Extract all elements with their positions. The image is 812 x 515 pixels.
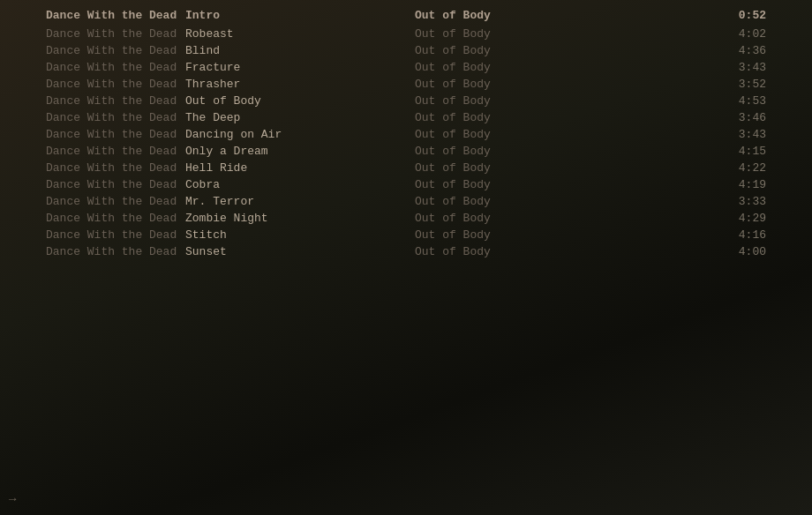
track-artist: Dance With the Dead	[0, 212, 177, 225]
table-row[interactable]: Dance With the DeadThrasherOut of Body3:…	[0, 76, 812, 93]
track-album: Out of Body	[406, 245, 671, 258]
track-artist: Dance With the Dead	[0, 44, 177, 57]
track-duration: 3:43	[671, 61, 812, 74]
track-album: Out of Body	[406, 195, 671, 208]
table-row[interactable]: Dance With the DeadThe DeepOut of Body3:…	[0, 109, 812, 126]
track-title: Only a Dream	[177, 145, 406, 158]
table-row[interactable]: Dance With the DeadOut of BodyOut of Bod…	[0, 93, 812, 109]
track-list: Dance With the Dead Intro Out of Body 0:…	[0, 0, 812, 267]
track-duration: 3:43	[671, 128, 812, 141]
track-title: Thrasher	[177, 78, 406, 91]
track-title: Mr. Terror	[177, 195, 406, 208]
track-album: Out of Body	[406, 178, 671, 191]
track-title: Out of Body	[177, 94, 406, 108]
arrow-indicator: →	[9, 492, 16, 506]
table-row[interactable]: Dance With the DeadFractureOut of Body3:…	[0, 59, 812, 76]
table-row[interactable]: Dance With the DeadMr. TerrorOut of Body…	[0, 193, 812, 210]
track-album: Out of Body	[406, 78, 671, 91]
table-row[interactable]: Dance With the DeadCobraOut of Body4:19	[0, 176, 812, 193]
track-title: Cobra	[177, 178, 406, 191]
table-row[interactable]: Dance With the DeadDancing on AirOut of …	[0, 126, 812, 143]
track-album: Out of Body	[406, 61, 671, 74]
track-duration: 4:53	[671, 94, 812, 108]
track-duration: 4:29	[671, 212, 812, 225]
table-row[interactable]: Dance With the DeadBlindOut of Body4:36	[0, 42, 812, 59]
track-artist: Dance With the Dead	[0, 245, 177, 258]
header-artist: Dance With the Dead	[0, 9, 177, 22]
header-duration: 0:52	[671, 9, 812, 22]
track-artist: Dance With the Dead	[0, 195, 177, 208]
track-artist: Dance With the Dead	[0, 94, 177, 108]
track-title: Sunset	[177, 245, 406, 258]
track-duration: 4:15	[671, 145, 812, 158]
track-artist: Dance With the Dead	[0, 145, 177, 158]
track-duration: 4:36	[671, 44, 812, 57]
track-artist: Dance With the Dead	[0, 161, 177, 175]
track-title: Robeast	[177, 27, 406, 41]
track-album: Out of Body	[406, 212, 671, 225]
table-row[interactable]: Dance With the DeadStitchOut of Body4:16	[0, 227, 812, 243]
track-artist: Dance With the Dead	[0, 228, 177, 242]
track-duration: 4:22	[671, 161, 812, 175]
track-duration: 3:52	[671, 78, 812, 91]
table-row[interactable]: Dance With the DeadOnly a DreamOut of Bo…	[0, 143, 812, 160]
track-duration: 4:00	[671, 245, 812, 258]
table-row[interactable]: Dance With the DeadSunsetOut of Body4:00	[0, 243, 812, 260]
table-row[interactable]: Dance With the DeadHell RideOut of Body4…	[0, 160, 812, 176]
track-artist: Dance With the Dead	[0, 111, 177, 124]
track-artist: Dance With the Dead	[0, 178, 177, 191]
track-list-header: Dance With the Dead Intro Out of Body 0:…	[0, 7, 812, 24]
track-title: Stitch	[177, 228, 406, 242]
track-artist: Dance With the Dead	[0, 61, 177, 74]
track-title: Zombie Night	[177, 212, 406, 225]
table-row[interactable]: Dance With the DeadRobeastOut of Body4:0…	[0, 26, 812, 42]
track-album: Out of Body	[406, 161, 671, 175]
track-artist: Dance With the Dead	[0, 27, 177, 41]
table-row[interactable]: Dance With the DeadZombie NightOut of Bo…	[0, 210, 812, 227]
track-title: Dancing on Air	[177, 128, 406, 141]
track-artist: Dance With the Dead	[0, 78, 177, 91]
track-artist: Dance With the Dead	[0, 128, 177, 141]
track-duration: 3:33	[671, 195, 812, 208]
track-duration: 4:16	[671, 228, 812, 242]
track-album: Out of Body	[406, 128, 671, 141]
track-album: Out of Body	[406, 145, 671, 158]
track-duration: 3:46	[671, 111, 812, 124]
track-title: The Deep	[177, 111, 406, 124]
track-duration: 4:02	[671, 27, 812, 41]
track-title: Fracture	[177, 61, 406, 74]
track-album: Out of Body	[406, 111, 671, 124]
track-duration: 4:19	[671, 178, 812, 191]
track-album: Out of Body	[406, 94, 671, 108]
header-album: Out of Body	[406, 9, 671, 22]
track-album: Out of Body	[406, 228, 671, 242]
header-title: Intro	[177, 9, 406, 22]
track-album: Out of Body	[406, 44, 671, 57]
track-title: Hell Ride	[177, 161, 406, 175]
track-album: Out of Body	[406, 27, 671, 41]
track-title: Blind	[177, 44, 406, 57]
